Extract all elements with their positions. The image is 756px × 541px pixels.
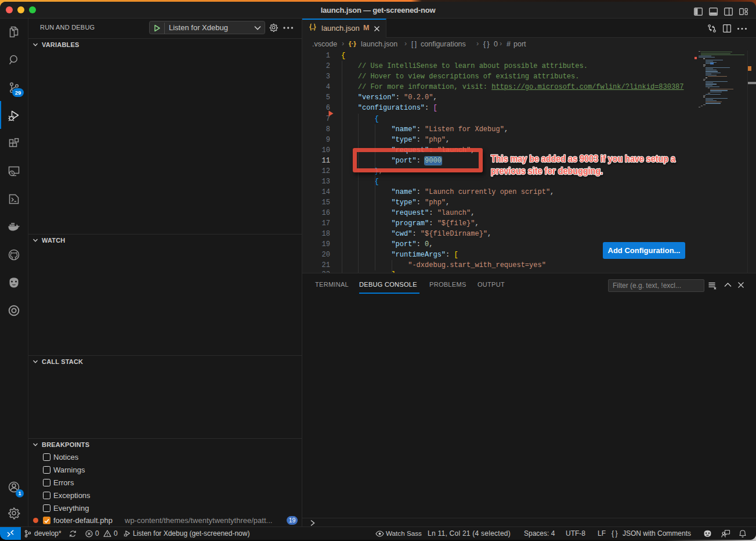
svg-text:previous site for debugging.: previous site for debugging. — [491, 166, 603, 176]
svg-text:This may be added as 9003 if y: This may be added as 9003 if you have se… — [491, 154, 675, 164]
